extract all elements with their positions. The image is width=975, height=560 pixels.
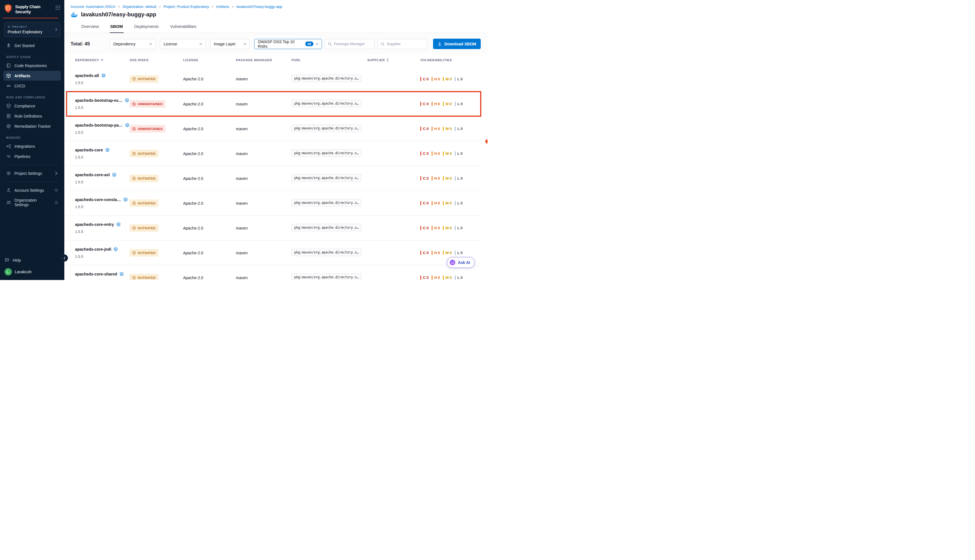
- table-row[interactable]: apacheds-core 1.5.5 OUTDATED Apache-2.0 …: [64, 141, 481, 166]
- sidebar-item-get-started[interactable]: Get Started: [3, 41, 61, 50]
- sidebar-item-project-settings[interactable]: Project Settings: [3, 168, 61, 178]
- feedback-notification-dot[interactable]: [485, 139, 488, 143]
- download-sbom-button[interactable]: Download SBOM: [433, 38, 481, 49]
- sidebar-item-rule-definitions[interactable]: Rule Definitions: [3, 111, 61, 121]
- clock-icon: [132, 152, 136, 155]
- tab-vulnerabilities[interactable]: Vulnerabilities: [170, 21, 197, 33]
- clock-icon: [132, 276, 136, 280]
- chevron-right-icon: [55, 27, 57, 32]
- sidebar-item-label: Integrations: [14, 144, 35, 148]
- license-cell: Apache-2.0: [183, 151, 236, 156]
- purl-cell: pkg:maven/org.apache.directory.s…: [291, 249, 367, 257]
- sidebar-item-compliance[interactable]: Compliance: [3, 101, 61, 111]
- header-label: PACKAGE MANAGER: [236, 58, 272, 62]
- search-icon: [381, 42, 384, 46]
- supplier-search: [377, 39, 427, 49]
- severity-low-count: L 0: [455, 102, 462, 106]
- license-value: Apache-2.0: [183, 127, 204, 131]
- header-vulnerabilities[interactable]: VULNERABILITIES: [420, 58, 481, 62]
- sidebar-item-artifacts[interactable]: Artifacts: [3, 71, 61, 81]
- sidebar-item-code-repositories[interactable]: Code Repositories: [3, 61, 61, 70]
- purl-chip[interactable]: pkg:maven/org.apache.directory.s…: [291, 199, 361, 207]
- sidebar-item-cicd[interactable]: CI/CD: [3, 81, 61, 91]
- header-supplier[interactable]: SUPPLIER: [367, 58, 420, 62]
- license-value: Apache-2.0: [183, 102, 204, 106]
- table-row[interactable]: apacheds-core-jndi 1.5.5 OUTDATED Apache…: [64, 240, 481, 265]
- sidebar-item-account-settings[interactable]: Account Settings: [3, 185, 61, 195]
- header-license[interactable]: LICENSE: [183, 58, 236, 62]
- license-value: Apache-2.0: [183, 201, 204, 205]
- oss-risk-cell: OUTDATED: [130, 75, 183, 83]
- dependency-filter-dropdown[interactable]: Dependency: [110, 39, 155, 49]
- project-label-row: PROJECT: [8, 25, 57, 28]
- breadcrumb-project[interactable]: Project: Product Exploratory: [164, 5, 209, 9]
- info-icon: [55, 201, 58, 205]
- severity-high-count: H 0: [432, 127, 440, 131]
- sidebar-item-organization-settings[interactable]: Organization Settings: [3, 195, 61, 210]
- license-filter-dropdown[interactable]: License: [160, 39, 206, 49]
- tab-overview[interactable]: Overview: [81, 21, 100, 33]
- oss-risk-label: OUTDATED: [138, 177, 156, 180]
- purl-chip[interactable]: pkg:maven/org.apache.directory.s…: [291, 75, 361, 82]
- package-manager-input[interactable]: [334, 42, 372, 46]
- purl-chip[interactable]: pkg:maven/org.apache.directory.s…: [291, 174, 361, 182]
- header-dependency[interactable]: DEPENDENCY: [75, 58, 130, 62]
- table-row-highlighted[interactable]: apacheds-bootstrap-ex… 1.5.5 UNMAINTAINE…: [64, 92, 481, 116]
- breadcrumb-organization[interactable]: Organization: default: [122, 5, 156, 9]
- table-row[interactable]: apacheds-all 1.5.5 OUTDATED Apache-2.0 m…: [64, 67, 481, 92]
- clock-icon: [132, 77, 136, 81]
- image-layer-filter-dropdown[interactable]: Image Layer: [210, 39, 250, 49]
- purl-chip[interactable]: pkg:maven/org.apache.directory.s…: [291, 224, 361, 231]
- table-row[interactable]: apacheds-core-entry 1.5.5 OUTDATED Apach…: [64, 215, 481, 240]
- purl-chip[interactable]: pkg:maven/org.apache.directory.s…: [291, 249, 361, 256]
- breadcrumb-current[interactable]: lavakush07/easy-buggy-app: [236, 5, 282, 9]
- gear-icon: [6, 171, 11, 176]
- oss-risk-badge: UNMAINTAINED: [130, 100, 165, 108]
- sidebar-collapse-button[interactable]: [61, 254, 68, 262]
- sidebar-item-label: Remediation Tracker: [14, 124, 51, 128]
- table-row[interactable]: apacheds-core-shared 1.5.5 OUTDATED Apac…: [64, 265, 481, 280]
- tab-deployments[interactable]: Deployments: [134, 21, 160, 33]
- oss-risk-label: OUTDATED: [138, 276, 156, 280]
- supplier-input[interactable]: [387, 42, 424, 46]
- breadcrumb-artifacts[interactable]: Artifacts: [216, 5, 229, 9]
- sidebar-item-label: Project Settings: [14, 171, 42, 176]
- user-menu[interactable]: L Lavakush: [5, 268, 60, 275]
- help-button[interactable]: Help: [5, 258, 60, 263]
- table-row[interactable]: apacheds-core-avl 1.5.5 OUTDATED Apache-…: [64, 166, 481, 191]
- severity-critical-count: C 0: [420, 77, 429, 81]
- pipeline-icon: [6, 154, 11, 159]
- vulnerabilities-cell: C 0 H 0 M 0 L 0: [420, 77, 481, 81]
- severity-medium-count: M 0: [443, 127, 452, 131]
- sidebar-item-pipelines[interactable]: Pipelines: [3, 152, 61, 161]
- ask-ai-button[interactable]: Ask AI: [447, 257, 474, 268]
- purl-chip[interactable]: pkg:maven/org.apache.directory.s…: [291, 125, 361, 132]
- sidebar-section-manage: MANAGE: [6, 136, 58, 139]
- header-purl[interactable]: PURL: [291, 58, 367, 62]
- license-value: Apache-2.0: [183, 226, 204, 230]
- table-row[interactable]: apacheds-bootstrap-pa… 1.5.5 UNMAINTAINE…: [64, 116, 481, 141]
- table-row[interactable]: apacheds-core-consta… 1.5.5 OUTDATED Apa…: [64, 191, 481, 215]
- tab-sbom[interactable]: SBOM: [110, 21, 124, 33]
- oss-risk-cell: OUTDATED: [130, 249, 183, 257]
- page-title: lavakush07/easy-buggy-app: [81, 11, 156, 18]
- sidebar-item-remediation-tracker[interactable]: Remediation Tracker: [3, 121, 61, 131]
- owasp-risks-filter-dropdown[interactable]: OWASP OSS Top 10 Risks 02: [254, 39, 322, 49]
- project-selector[interactable]: PROJECT Product Exploratory: [4, 22, 60, 37]
- brand-header: Supply Chain Security: [0, 0, 64, 18]
- purl-chip[interactable]: pkg:maven/org.apache.directory.s…: [291, 150, 361, 157]
- breadcrumb-separator: >: [159, 5, 161, 9]
- dependency-cell: apacheds-core-avl 1.5.5: [75, 173, 130, 184]
- module-switcher-button[interactable]: [55, 4, 60, 11]
- header-oss-risks[interactable]: OSS RISKS: [130, 58, 183, 62]
- severity-medium-count: M 0: [443, 201, 452, 205]
- sidebar-item-label: Get Started: [14, 43, 35, 48]
- package-manager-cell: maven: [236, 226, 291, 231]
- sidebar-item-integrations[interactable]: Integrations: [3, 141, 61, 151]
- header-package-manager[interactable]: PACKAGE MANAGER: [236, 58, 291, 62]
- module-title: Supply Chain Security: [15, 4, 40, 14]
- nodes-icon: [6, 144, 11, 148]
- purl-chip[interactable]: pkg:maven/org.apache.directory.s…: [291, 273, 361, 280]
- purl-chip[interactable]: pkg:maven/org.apache.directory.s…: [291, 100, 361, 107]
- breadcrumb-account[interactable]: Account: Automation-SSCA: [70, 5, 115, 9]
